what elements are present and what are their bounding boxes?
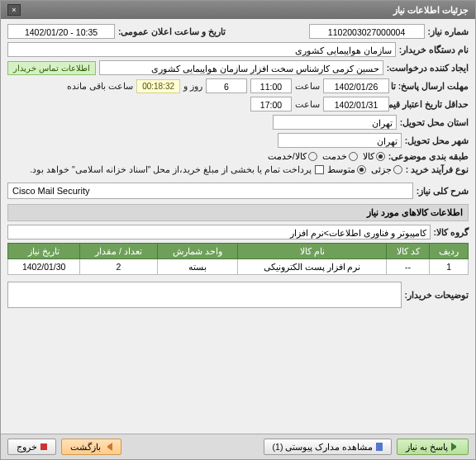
days-value: 6 bbox=[206, 78, 247, 93]
deadline-date: 1402/01/26 bbox=[323, 78, 389, 93]
reply-button[interactable]: پاسخ به نیاز bbox=[397, 439, 469, 455]
category-label: طبقه بندی موضوعی: bbox=[388, 151, 469, 161]
title-bar: جزئیات اطلاعات نیاز × bbox=[1, 1, 475, 19]
time-label-2: ساعت bbox=[295, 99, 320, 109]
col-date: تاریخ نیاز bbox=[8, 244, 80, 259]
document-icon bbox=[376, 443, 383, 451]
cell-code: -- bbox=[386, 259, 429, 275]
deadline-label: مهلت ارسال پاسخ: تا تاریخ: bbox=[393, 81, 469, 91]
radio-icon bbox=[393, 165, 402, 174]
process-medium-radio[interactable]: متوسط bbox=[327, 164, 366, 174]
table-header-row: ردیف کد کالا نام کالا واحد شمارش تعداد /… bbox=[8, 244, 469, 259]
need-number-label: شماره نیاز: bbox=[428, 26, 469, 36]
attachments-button[interactable]: مشاهده مدارک پیوستی (1) bbox=[264, 439, 393, 455]
payment-note: پرداخت تمام یا بخشی از مبلغ خرید،از محل … bbox=[30, 164, 311, 174]
group-value: کامپیوتر و فناوری اطلاعات>نرم افزار bbox=[7, 225, 431, 239]
need-number-value: 1102003027000004 bbox=[309, 24, 425, 39]
exit-icon bbox=[40, 443, 47, 450]
buyer-notes-field bbox=[7, 282, 402, 308]
requester-value: حسین کرمی کارشناس سخت افزار سازمان هواپی… bbox=[99, 60, 383, 75]
requester-label: ایجاد کننده درخواست: bbox=[387, 63, 469, 73]
col-row: ردیف bbox=[430, 244, 469, 259]
footer-bar: پاسخ به نیاز مشاهده مدارک پیوستی (1) باز… bbox=[1, 434, 475, 459]
category-radio-group: کالا خدمت کالا/خدمت bbox=[268, 151, 385, 161]
province-value: تهران bbox=[273, 115, 397, 130]
close-button[interactable]: × bbox=[7, 4, 21, 16]
items-section-header: اطلاعات کالاهای مورد نیاز bbox=[7, 204, 469, 221]
category-service-radio[interactable]: خدمت bbox=[322, 151, 358, 161]
category-goods-radio[interactable]: کالا bbox=[363, 151, 385, 161]
cell-unit: بسته bbox=[157, 259, 238, 275]
process-label: نوع فرآیند خرید : bbox=[406, 164, 469, 174]
radio-icon bbox=[349, 152, 358, 161]
description-label: شرح کلی نیاز: bbox=[416, 186, 469, 196]
back-button[interactable]: بازگشت bbox=[61, 439, 121, 455]
city-label: شهر محل تحویل: bbox=[405, 135, 469, 145]
contact-info-badge[interactable]: اطلاعات تماس خریدار bbox=[7, 61, 96, 75]
province-label: استان محل تحویل: bbox=[400, 117, 469, 127]
time-label-1: ساعت bbox=[295, 81, 320, 91]
treasury-checkbox[interactable] bbox=[315, 165, 324, 174]
process-partial-radio[interactable]: جزئی bbox=[371, 164, 402, 174]
cell-row: 1 bbox=[430, 259, 469, 275]
back-icon bbox=[104, 443, 112, 451]
radio-icon bbox=[376, 152, 385, 161]
cell-date: 1402/01/30 bbox=[8, 259, 80, 275]
buyer-notes-label: توضیحات خریدار: bbox=[405, 290, 469, 300]
cell-qty: 2 bbox=[80, 259, 157, 275]
announce-value: 1402/01/20 - 10:35 bbox=[7, 24, 115, 39]
remaining-label: ساعت باقی مانده bbox=[67, 81, 133, 91]
col-qty: تعداد / مقدار bbox=[80, 244, 157, 259]
reply-icon bbox=[451, 443, 459, 451]
announce-label: تاریخ و ساعت اعلان عمومی: bbox=[118, 26, 226, 36]
city-value: تهران bbox=[278, 133, 402, 148]
deadline-time: 11:00 bbox=[250, 78, 292, 93]
col-unit: واحد شمارش bbox=[157, 244, 238, 259]
col-name: نام کالا bbox=[238, 244, 387, 259]
content-area: شماره نیاز: 1102003027000004 تاریخ و ساع… bbox=[1, 19, 475, 434]
table-row[interactable]: 1 -- نرم افزار پست الکترونیکی بسته 2 140… bbox=[8, 259, 469, 275]
radio-icon bbox=[357, 165, 366, 174]
validity-time: 17:00 bbox=[250, 97, 292, 111]
window-title: جزئیات اطلاعات نیاز bbox=[393, 5, 469, 16]
buyer-org-label: نام دستگاه خریدار: bbox=[399, 45, 469, 55]
description-value: Cisco Mail Security bbox=[7, 183, 413, 199]
validity-date: 1402/01/31 bbox=[323, 97, 389, 111]
process-radio-group: جزئی متوسط bbox=[327, 164, 402, 174]
remaining-time-badge: 00:18:32 bbox=[136, 79, 180, 93]
category-goodservice-radio[interactable]: کالا/خدمت bbox=[268, 151, 317, 161]
radio-icon bbox=[308, 152, 317, 161]
dialog-window: جزئیات اطلاعات نیاز × شماره نیاز: 110200… bbox=[0, 0, 476, 460]
validity-label: حداقل تاریخ اعتبار قیمت: تا تاریخ: bbox=[393, 99, 469, 109]
items-table: ردیف کد کالا نام کالا واحد شمارش تعداد /… bbox=[7, 243, 469, 275]
col-code: کد کالا bbox=[386, 244, 429, 259]
days-label: روز و bbox=[183, 81, 202, 91]
cell-name: نرم افزار پست الکترونیکی bbox=[238, 259, 387, 275]
buyer-org-value: سازمان هواپیمایی کشوری bbox=[7, 42, 396, 57]
exit-button[interactable]: خروج bbox=[7, 439, 56, 455]
group-label: گروه کالا: bbox=[434, 227, 469, 237]
